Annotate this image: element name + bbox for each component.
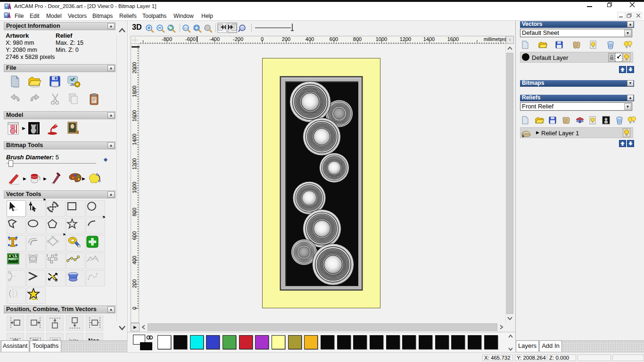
svg-text:ABC: ABC (8, 257, 17, 261)
svg-text:1:1: 1:1 (184, 27, 188, 30)
